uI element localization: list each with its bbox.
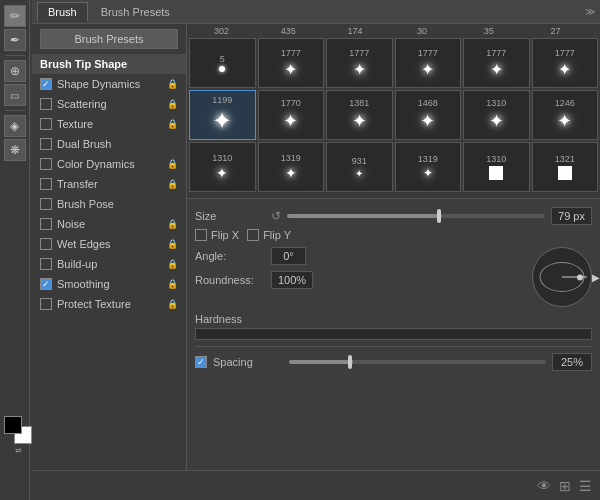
brush-cell-0-0[interactable]: 5 bbox=[189, 38, 256, 88]
brush-cell-2-3[interactable]: 1319 ✦ bbox=[395, 142, 462, 192]
smoothing-lock: 🔒 bbox=[167, 279, 178, 289]
brush-cell-2-2[interactable]: 931 ✦ bbox=[326, 142, 393, 192]
tabs: Brush Brush Presets bbox=[37, 2, 181, 22]
spacing-checkbox[interactable]: ✓ bbox=[195, 356, 207, 368]
brush-panel: Brush Brush Presets ≫ Brush Presets Brus… bbox=[32, 0, 600, 500]
brush-cell-0-4[interactable]: 1777 ✦ bbox=[463, 38, 530, 88]
flip-y-checkbox[interactable]: Flip Y bbox=[247, 229, 291, 241]
brush-cell-2-1[interactable]: 1319 ✦ bbox=[258, 142, 325, 192]
option-shape-dynamics[interactable]: ✓ Shape Dynamics 🔒 bbox=[32, 74, 186, 94]
brush-grid: 302 435 174 30 35 27 5 1777 ✦ bbox=[187, 24, 600, 199]
brush-cell-1-5[interactable]: 1246 ✦ bbox=[532, 90, 599, 140]
bottom-bar: 👁 ⊞ ☰ bbox=[32, 470, 600, 500]
wet-edges-checkbox[interactable] bbox=[40, 238, 52, 250]
grid-icon[interactable]: ⊞ bbox=[559, 478, 571, 494]
smudge-tool[interactable]: ◈ bbox=[4, 115, 26, 137]
wet-edges-lock: 🔒 bbox=[167, 239, 178, 249]
option-buildup[interactable]: Build-up 🔒 bbox=[32, 254, 186, 274]
brush-row-1: 1199 ✦ 1770 ✦ 1381 ✦ 1468 ✦ bbox=[189, 90, 598, 140]
noise-lock: 🔒 bbox=[167, 219, 178, 229]
option-protect-texture[interactable]: Protect Texture 🔒 bbox=[32, 294, 186, 314]
option-dual-brush[interactable]: Dual Brush bbox=[32, 134, 186, 154]
grid-header-0: 302 bbox=[189, 26, 254, 36]
brush-cell-2-4[interactable]: 1310 bbox=[463, 142, 530, 192]
transfer-checkbox[interactable] bbox=[40, 178, 52, 190]
brush-cell-2-5[interactable]: 1321 bbox=[532, 142, 599, 192]
size-value[interactable]: 79 px bbox=[551, 207, 592, 225]
buildup-checkbox[interactable] bbox=[40, 258, 52, 270]
option-scattering[interactable]: Scattering 🔒 bbox=[32, 94, 186, 114]
grid-header-2: 174 bbox=[323, 26, 388, 36]
brush-tool[interactable]: ✏ bbox=[4, 5, 26, 27]
angle-dial-container: ▶ bbox=[532, 247, 592, 307]
tab-brush[interactable]: Brush bbox=[37, 2, 88, 22]
grid-header-row: 302 435 174 30 35 27 bbox=[189, 26, 598, 36]
blur-tool[interactable]: ❋ bbox=[4, 139, 26, 161]
controls-area: Size ↺ 79 px Flip X bbox=[187, 199, 600, 500]
size-reset-icon[interactable]: ↺ bbox=[271, 209, 281, 223]
brush-pose-checkbox[interactable] bbox=[40, 198, 52, 210]
options-list: Brush Tip Shape ✓ Shape Dynamics 🔒 Scatt… bbox=[32, 54, 186, 500]
protect-texture-lock: 🔒 bbox=[167, 299, 178, 309]
texture-lock: 🔒 bbox=[167, 119, 178, 129]
brush-cell-0-5[interactable]: 1777 ✦ bbox=[532, 38, 599, 88]
grid-header-5: 27 bbox=[523, 26, 588, 36]
brush-cell-0-3[interactable]: 1777 ✦ bbox=[395, 38, 462, 88]
spacing-slider[interactable] bbox=[289, 355, 546, 369]
option-wet-edges[interactable]: Wet Edges 🔒 bbox=[32, 234, 186, 254]
foreground-color-swatch[interactable] bbox=[4, 416, 22, 434]
roundness-value[interactable]: 100% bbox=[271, 271, 313, 289]
texture-checkbox[interactable] bbox=[40, 118, 52, 130]
toolbar-divider-2 bbox=[5, 110, 25, 111]
stamp-tool[interactable]: ⊕ bbox=[4, 60, 26, 82]
scattering-checkbox[interactable] bbox=[40, 98, 52, 110]
angle-section: Angle: 0° Roundness: 100% bbox=[195, 247, 592, 307]
brush-cell-0-2[interactable]: 1777 ✦ bbox=[326, 38, 393, 88]
panel-menu-icon[interactable]: ≫ bbox=[585, 6, 595, 17]
option-brush-tip-shape[interactable]: Brush Tip Shape bbox=[32, 54, 186, 74]
color-dynamics-checkbox[interactable] bbox=[40, 158, 52, 170]
hardness-bar[interactable] bbox=[195, 328, 592, 340]
brush-row-2: 1310 ✦ 1319 ✦ 931 ✦ 1319 ✦ bbox=[189, 142, 598, 192]
hardness-row: Hardness bbox=[195, 313, 592, 340]
dial-dot bbox=[577, 274, 583, 280]
angle-value[interactable]: 0° bbox=[271, 247, 306, 265]
option-smoothing[interactable]: ✓ Smoothing 🔒 bbox=[32, 274, 186, 294]
brush-right-panel: 302 435 174 30 35 27 5 1777 ✦ bbox=[187, 24, 600, 500]
pencil-tool[interactable]: ✒ bbox=[4, 29, 26, 51]
dial-line bbox=[562, 277, 587, 278]
shape-dynamics-checkbox[interactable]: ✓ bbox=[40, 78, 52, 90]
option-transfer[interactable]: Transfer 🔒 bbox=[32, 174, 186, 194]
spacing-value[interactable]: 25% bbox=[552, 353, 592, 371]
option-brush-pose[interactable]: Brush Pose bbox=[32, 194, 186, 214]
color-swatches: ⇄ bbox=[4, 416, 32, 455]
smoothing-checkbox[interactable]: ✓ bbox=[40, 278, 52, 290]
noise-checkbox[interactable] bbox=[40, 218, 52, 230]
dual-brush-checkbox[interactable] bbox=[40, 138, 52, 150]
brush-cell-1-0[interactable]: 1199 ✦ bbox=[189, 90, 256, 140]
angle-dial[interactable] bbox=[532, 247, 592, 307]
option-color-dynamics[interactable]: Color Dynamics 🔒 bbox=[32, 154, 186, 174]
protect-texture-checkbox[interactable] bbox=[40, 298, 52, 310]
option-texture[interactable]: Texture 🔒 bbox=[32, 114, 186, 134]
brush-cell-1-4[interactable]: 1310 ✦ bbox=[463, 90, 530, 140]
eraser-tool[interactable]: ▭ bbox=[4, 84, 26, 106]
tab-brush-presets[interactable]: Brush Presets bbox=[90, 2, 181, 22]
shape-dynamics-lock: 🔒 bbox=[167, 79, 178, 89]
flip-x-checkbox[interactable]: Flip X bbox=[195, 229, 239, 241]
color-dynamics-lock: 🔒 bbox=[167, 159, 178, 169]
brush-cell-1-2[interactable]: 1381 ✦ bbox=[326, 90, 393, 140]
brush-presets-button[interactable]: Brush Presets bbox=[40, 29, 178, 49]
brush-cell-0-1[interactable]: 1777 ✦ bbox=[258, 38, 325, 88]
size-slider[interactable] bbox=[287, 209, 545, 223]
brush-cell-2-0[interactable]: 1310 ✦ bbox=[189, 142, 256, 192]
menu-icon[interactable]: ☰ bbox=[579, 478, 592, 494]
tab-bar: Brush Brush Presets ≫ bbox=[32, 0, 600, 24]
eye-icon[interactable]: 👁 bbox=[537, 478, 551, 494]
grid-header-4: 35 bbox=[456, 26, 521, 36]
brush-cell-1-3[interactable]: 1468 ✦ bbox=[395, 90, 462, 140]
brush-cell-1-1[interactable]: 1770 ✦ bbox=[258, 90, 325, 140]
option-noise[interactable]: Noise 🔒 bbox=[32, 214, 186, 234]
swap-icon[interactable]: ⇄ bbox=[4, 446, 32, 455]
brush-options-panel: Brush Presets Brush Tip Shape ✓ Shape Dy… bbox=[32, 24, 187, 500]
